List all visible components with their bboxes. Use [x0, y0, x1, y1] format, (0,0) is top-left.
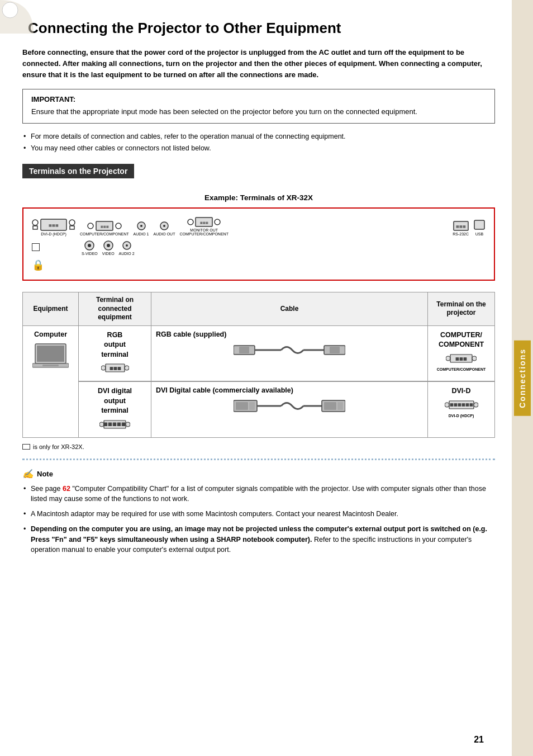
- svg-rect-37: [239, 347, 249, 353]
- terminal-dvi: DVI digitaloutputterminal ▦▦▦▦▦: [79, 381, 151, 437]
- note-icon: ✍: [22, 469, 34, 479]
- svg-rect-56: [324, 402, 336, 410]
- svg-point-32: [101, 366, 106, 370]
- page-title: Connecting the Projector to Other Equipm…: [28, 17, 495, 37]
- col-header-cable: Cable: [151, 292, 428, 325]
- svg-text:▦▦▦: ▦▦▦: [455, 357, 467, 361]
- section-header: Terminals on the Projector: [22, 164, 134, 178]
- corner-decoration: [0, 0, 34, 34]
- connection-table: Equipment Terminal onconnected equipment…: [22, 292, 495, 438]
- note-item-1: See page 62 "Computer Compatibility Char…: [22, 484, 495, 505]
- projector-computer-component: COMPUTER/ COMPONENT ▦▦▦ COMPUTER/COMPONE…: [428, 325, 495, 381]
- cable-dvi-illustration: [156, 398, 423, 414]
- svg-point-35: [125, 366, 129, 370]
- svg-point-7: [88, 223, 93, 229]
- mini-dvi-connector: ▦▦▦▦▦: [83, 418, 146, 431]
- svg-point-1: [32, 220, 38, 225]
- svg-point-23: [88, 244, 91, 247]
- svg-point-45: [472, 356, 477, 361]
- connector-rs232c: ▦▦▦ RS-232C: [453, 221, 469, 236]
- svg-point-10: [116, 223, 121, 229]
- svg-point-61: [474, 403, 478, 407]
- col-header-terminal: Terminal onconnected equipment: [79, 292, 151, 325]
- svg-text:▦▦▦▦▦: ▦▦▦▦▦: [103, 422, 126, 427]
- note-item-3: Depending on the computer you are using,…: [22, 524, 495, 555]
- connector-audio1: AUDIO 1: [134, 221, 149, 236]
- terminal-diagram: ▦▦▦ DVI-D (HDCP) ▦▦▦ COMPUTER/COMPONENT: [22, 207, 495, 281]
- important-box: IMPORTANT: Ensure that the appropriate i…: [22, 89, 495, 124]
- svg-rect-57: [337, 402, 343, 410]
- svg-point-5: [69, 220, 75, 225]
- intro-text: Before connecting, ensure that the power…: [22, 47, 495, 81]
- svg-point-18: [215, 219, 220, 225]
- svg-rect-29: [37, 346, 64, 362]
- connector-usb: USB: [473, 220, 486, 236]
- note-title: Note: [37, 470, 53, 478]
- svg-point-12: [140, 225, 142, 227]
- right-sidebar: Connections: [512, 0, 533, 756]
- svg-point-25: [107, 244, 110, 247]
- col-header-equipment: Equipment: [23, 292, 79, 325]
- cable-dvi: DVI Digital cable (commercially availabl…: [151, 381, 428, 437]
- note-item-2: A Macintosh adaptor may be required for …: [22, 509, 495, 519]
- col-header-projector: Terminal on theprojector: [428, 292, 495, 325]
- important-text: Ensure that the appropriate input mode h…: [31, 106, 486, 117]
- note-section: ✍ Note See page 62 "Computer Compatibili…: [22, 469, 495, 556]
- xr-note: is only for XR-32X.: [22, 443, 495, 450]
- svg-text:▦▦▦: ▦▦▦: [200, 221, 208, 224]
- svg-text:▦▦▦▦▦▦: ▦▦▦▦▦▦: [450, 403, 473, 407]
- mini-vga-connector: ▦▦▦: [83, 362, 146, 374]
- svg-point-0: [2, 2, 18, 18]
- lock-icon: 🔒: [32, 259, 486, 271]
- note-list: See page 62 "Computer Compatibility Char…: [22, 484, 495, 556]
- svg-point-14: [163, 225, 165, 227]
- svg-rect-31: [42, 365, 59, 366]
- xr-note-box: [22, 444, 30, 450]
- svg-rect-6: [70, 226, 74, 229]
- svg-rect-2: [33, 226, 37, 229]
- svg-point-49: [126, 422, 130, 427]
- note-header: ✍ Note: [22, 469, 495, 479]
- important-title: IMPORTANT:: [31, 95, 486, 103]
- svg-rect-52: [249, 402, 255, 410]
- terminal-rgb: RGBoutputterminal ▦▦▦: [79, 325, 151, 381]
- cable-rgb-illustration: [156, 342, 423, 358]
- bullet-item-2: You may need other cables or connectors …: [22, 144, 495, 154]
- connector-audio-out: AUDIO OUT: [154, 221, 175, 236]
- svg-text:▦▦▦: ▦▦▦: [109, 366, 121, 370]
- svideo-group: S-VIDEO VIDEO AUDIO 2: [82, 240, 135, 256]
- connector-monitor-out: ▦▦▦ MONITOR OUTCOMPUTER/COMPONENT: [179, 217, 229, 236]
- svg-rect-51: [236, 402, 248, 410]
- page-number: 21: [474, 735, 484, 745]
- svg-point-15: [188, 219, 193, 225]
- svg-rect-41: [330, 347, 340, 353]
- example-title: Example: Terminals of XR-32X: [22, 193, 495, 202]
- svg-rect-21: [474, 220, 484, 229]
- svg-text:▦▦▦: ▦▦▦: [456, 225, 466, 228]
- cable-rgb: RGB cable (supplied): [151, 325, 428, 381]
- connector-dvi-hdcp: ▦▦▦ DVI-D (HDCP): [32, 219, 75, 236]
- xr32x-indicator-symbol: [32, 243, 40, 251]
- page-ref-62: 62: [63, 485, 70, 493]
- bullet-list: For more details of connection and cable…: [22, 132, 495, 154]
- svg-point-42: [446, 356, 450, 361]
- svg-point-58: [445, 403, 449, 407]
- bullet-item-1: For more details of connection and cable…: [22, 132, 495, 142]
- svg-text:▦▦▦: ▦▦▦: [100, 225, 108, 228]
- dotted-separator: [22, 459, 495, 460]
- equipment-computer: Computer: [23, 325, 79, 437]
- projector-dvi-d: DVI-D ▦▦▦▦▦▦ DVI-D (HDCP): [428, 381, 495, 437]
- connector-computer-component-input: ▦▦▦ COMPUTER/COMPONENT: [80, 221, 129, 236]
- svg-point-27: [126, 244, 128, 247]
- svg-text:▦▦▦: ▦▦▦: [49, 224, 59, 227]
- connections-tab: Connections: [514, 341, 531, 416]
